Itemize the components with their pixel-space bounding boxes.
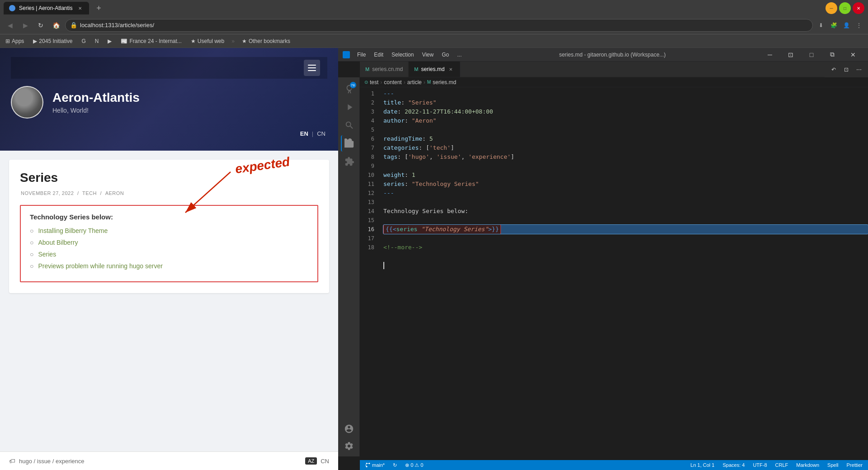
extensions-icon[interactable]: 🧩 bbox=[828, 20, 839, 31]
series-link-1[interactable]: Installing Bilberry Theme bbox=[38, 227, 108, 234]
code-line-3: date: 2022-11-27T16:44:00+08:00 bbox=[383, 107, 868, 116]
hamburger-line bbox=[308, 70, 316, 71]
statusbar-errors[interactable]: ⊗ 0 ⚠ 0 bbox=[403, 462, 425, 468]
article-card: Series NOVEMBER 27, 2022 / TECH / AERON … bbox=[9, 160, 329, 293]
article-title: Series bbox=[20, 171, 318, 185]
bookmark-apps[interactable]: ⊞ Apps bbox=[4, 37, 26, 45]
menu-file[interactable]: File bbox=[354, 51, 369, 59]
article-date: NOVEMBER 27, 2022 bbox=[21, 190, 74, 196]
vscode-titlebar: File Edit Selection View Go ... series.m… bbox=[338, 48, 868, 62]
home-button[interactable]: 🏠 bbox=[50, 19, 62, 32]
sidebar-icon-extensions[interactable] bbox=[341, 153, 357, 170]
lang-cn-button[interactable]: CN bbox=[315, 129, 327, 138]
code-line-2: title: "Series" bbox=[383, 98, 868, 107]
breadcrumb-file[interactable]: series.md bbox=[433, 79, 456, 85]
vscode-tile-left[interactable]: ⊡ bbox=[780, 48, 801, 62]
breadcrumb-sep3: › bbox=[424, 79, 425, 85]
hamburger-menu[interactable] bbox=[304, 60, 320, 76]
download-icon[interactable]: ⬇ bbox=[816, 20, 826, 31]
encoding-label: UTF-8 bbox=[753, 462, 767, 468]
tab-close-btn[interactable]: ✕ bbox=[76, 5, 84, 12]
bookmark-useful[interactable]: ★ Useful web bbox=[189, 37, 226, 45]
address-bar[interactable]: 🔒 localhost:1313/article/series/ bbox=[65, 19, 813, 32]
menu-selection[interactable]: Selection bbox=[388, 51, 417, 59]
statusbar-prettier[interactable]: Prettier bbox=[845, 462, 864, 468]
menu-edit[interactable]: Edit bbox=[370, 51, 387, 59]
bookmarks-bar: ⊞ Apps ▶ 2045 Initiative G N ▶ 📰 France … bbox=[0, 34, 868, 48]
code-line-14: Technology Series below: bbox=[383, 207, 868, 216]
sidebar-icon-run[interactable] bbox=[341, 99, 357, 115]
statusbar-right: Ln 1, Col 1 Spaces: 4 UTF-8 CRLF Markdow bbox=[689, 462, 864, 468]
tab-series-cn[interactable]: M series.cn.md bbox=[360, 62, 409, 77]
tab-close-icon[interactable]: ✕ bbox=[447, 66, 454, 73]
more-actions-icon[interactable]: ⋯ bbox=[854, 64, 864, 75]
statusbar-sync[interactable]: ↻ bbox=[391, 462, 399, 468]
vscode-maximize[interactable]: □ bbox=[801, 48, 822, 62]
maximize-button[interactable]: □ bbox=[839, 2, 851, 14]
minimize-button[interactable]: ─ bbox=[826, 2, 837, 14]
menu-view[interactable]: View bbox=[418, 51, 437, 59]
lang-en-button[interactable]: EN bbox=[298, 129, 310, 138]
history-icon[interactable]: ↶ bbox=[828, 64, 839, 75]
statusbar-language[interactable]: Markdown bbox=[794, 462, 821, 468]
code-content[interactable]: --- title: "Series" date: 2022-11-27T16:… bbox=[380, 87, 868, 460]
series-link-3[interactable]: Series bbox=[38, 251, 56, 258]
statusbar-position[interactable]: Ln 1, Col 1 bbox=[689, 462, 716, 468]
tab-series-md[interactable]: M series.md ✕ bbox=[409, 62, 460, 77]
sidebar-account-icon[interactable] bbox=[344, 424, 354, 436]
breadcrumb-sep1: › bbox=[380, 79, 382, 85]
editor-top-right-actions: ↶ ⊡ ⋯ bbox=[825, 62, 868, 77]
main-area: Aeron-Atlantis Hello, World! EN | CN Ser… bbox=[0, 48, 868, 470]
menu-go[interactable]: Go bbox=[438, 51, 453, 59]
blog-branding: Aeron-Atlantis Hello, World! bbox=[11, 79, 327, 126]
branch-name: main* bbox=[372, 462, 385, 468]
menu-more[interactable]: ... bbox=[453, 51, 465, 59]
bookmark-google[interactable]: G bbox=[80, 37, 87, 45]
series-link-4[interactable]: Previews problem while running hugo serv… bbox=[38, 262, 162, 270]
menu-icon[interactable]: ⋮ bbox=[854, 20, 864, 31]
bookmark-netflix[interactable]: N bbox=[93, 37, 101, 45]
profile-icon[interactable]: 👤 bbox=[841, 20, 852, 31]
line-num-10: 10 bbox=[360, 171, 374, 180]
statusbar-branch[interactable]: main* bbox=[363, 462, 387, 468]
code-line-9 bbox=[383, 161, 868, 171]
series-box: Technology Series below: Installing Bilb… bbox=[20, 205, 318, 282]
line-num-2: 2 bbox=[360, 98, 374, 107]
list-item: About Bilberry bbox=[30, 239, 308, 246]
breadcrumb-test[interactable]: test bbox=[370, 79, 378, 85]
new-tab-button[interactable]: + bbox=[93, 2, 105, 14]
line-num-13: 13 bbox=[360, 198, 374, 207]
statusbar-encoding[interactable]: UTF-8 bbox=[751, 462, 769, 468]
bookmark-other[interactable]: ★ Other bookmarks bbox=[240, 37, 292, 45]
vscode-layout[interactable]: ⧉ bbox=[822, 48, 843, 62]
sidebar-icon-explorer[interactable] bbox=[341, 135, 357, 152]
statusbar-spaces[interactable]: Spaces: 4 bbox=[721, 462, 746, 468]
breadcrumb-article[interactable]: article bbox=[407, 79, 422, 85]
avatar bbox=[11, 86, 43, 119]
statusbar-spell[interactable]: Spell bbox=[826, 462, 840, 468]
vscode-minimize[interactable]: ─ bbox=[760, 48, 780, 62]
footer-lang-badge[interactable]: AZ bbox=[305, 457, 317, 465]
close-button[interactable]: ✕ bbox=[853, 2, 864, 14]
split-editor-icon[interactable]: ⊡ bbox=[841, 64, 852, 75]
code-editor[interactable]: 1 2 3 4 5 6 7 8 9 10 11 12 13 14 bbox=[360, 87, 868, 460]
back-button[interactable]: ◀ bbox=[4, 19, 16, 32]
bookmark-yt[interactable]: ▶ bbox=[106, 37, 113, 45]
bookmark-2045[interactable]: ▶ 2045 Initiative bbox=[31, 37, 74, 45]
statusbar-line-ending[interactable]: CRLF bbox=[774, 462, 790, 468]
tab-label-md: series.md bbox=[421, 66, 444, 72]
sidebar-settings-icon[interactable] bbox=[344, 441, 354, 453]
vscode-close[interactable]: ✕ bbox=[843, 48, 863, 62]
active-tab[interactable]: Series | Aeron-Atlantis ✕ bbox=[4, 2, 89, 14]
reload-button[interactable]: ↻ bbox=[34, 19, 47, 32]
sidebar-icon-search[interactable] bbox=[341, 117, 357, 133]
bookmark-france24[interactable]: 📰 France 24 - Internat... bbox=[119, 37, 183, 45]
code-line-6: readingTime: 5 bbox=[383, 134, 868, 143]
article-author: AERON bbox=[105, 190, 124, 196]
breadcrumb-content[interactable]: content bbox=[384, 79, 401, 85]
sidebar-icon-source-control[interactable]: 78 bbox=[341, 81, 357, 97]
warning-count: 0 bbox=[420, 462, 423, 468]
series-link-2[interactable]: About Bilberry bbox=[38, 239, 78, 246]
line-num-4: 4 bbox=[360, 116, 374, 125]
forward-button[interactable]: ▶ bbox=[19, 19, 32, 32]
